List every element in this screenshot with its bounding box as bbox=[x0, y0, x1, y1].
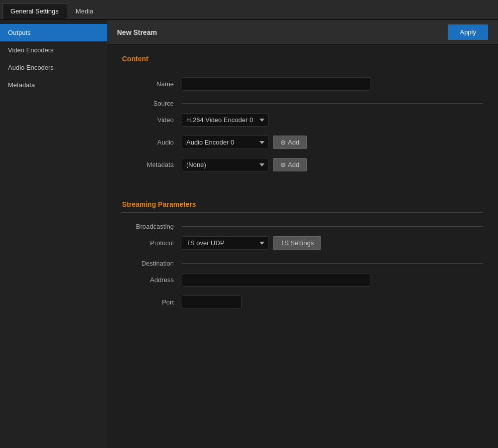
metadata-row: Metadata (None) ⊕ Add bbox=[122, 158, 483, 171]
name-input[interactable] bbox=[182, 77, 371, 91]
streaming-section-title: Streaming Parameters bbox=[122, 200, 483, 208]
stream-title: New Stream bbox=[117, 28, 157, 36]
address-label: Address bbox=[122, 276, 182, 284]
broadcasting-label: Broadcasting bbox=[122, 223, 182, 230]
sidebar-item-audio-encoders[interactable]: Audio Encoders bbox=[0, 59, 107, 76]
metadata-add-button[interactable]: ⊕ Add bbox=[273, 158, 307, 171]
audio-row: Audio Audio Encoder 0 ⊕ Add bbox=[122, 136, 483, 149]
metadata-select[interactable]: (None) bbox=[182, 158, 269, 171]
video-row: Video H.264 Video Encoder 0 bbox=[122, 113, 483, 127]
add-icon-2: ⊕ bbox=[280, 161, 286, 168]
video-select[interactable]: H.264 Video Encoder 0 bbox=[182, 113, 269, 127]
content-divider bbox=[122, 67, 483, 67]
metadata-add-label: Add bbox=[288, 161, 299, 168]
destination-label: Destination bbox=[122, 260, 182, 267]
content-area: New Stream Apply Content Name Source Vid… bbox=[107, 20, 498, 448]
stream-header: New Stream Apply bbox=[107, 20, 498, 45]
audio-select[interactable]: Audio Encoder 0 bbox=[182, 136, 269, 149]
source-label: Source bbox=[122, 100, 182, 107]
metadata-label: Metadata bbox=[122, 161, 182, 168]
apply-button[interactable]: Apply bbox=[448, 24, 488, 40]
sidebar-item-outputs[interactable]: Outputs bbox=[0, 24, 107, 41]
streaming-divider bbox=[122, 212, 483, 213]
tab-bar: General Settings Media bbox=[0, 0, 498, 20]
tab-media[interactable]: Media bbox=[67, 3, 102, 19]
name-row: Name bbox=[122, 77, 483, 91]
main-layout: Outputs Video Encoders Audio Encoders Me… bbox=[0, 20, 498, 448]
source-row: Source bbox=[122, 100, 483, 107]
address-input[interactable] bbox=[182, 273, 371, 287]
tab-general-settings[interactable]: General Settings bbox=[2, 3, 67, 19]
port-label: Port bbox=[122, 299, 182, 306]
ts-settings-button[interactable]: TS Settings bbox=[273, 236, 321, 250]
address-row: Address bbox=[122, 273, 483, 287]
protocol-select[interactable]: TS over UDP bbox=[182, 236, 269, 250]
add-icon: ⊕ bbox=[280, 139, 286, 146]
audio-add-label: Add bbox=[288, 139, 299, 146]
content-section: Content Name Source Video H.264 Video En… bbox=[107, 45, 498, 190]
broadcasting-row: Broadcasting bbox=[122, 223, 483, 230]
protocol-label: Protocol bbox=[122, 239, 182, 247]
protocol-row: Protocol TS over UDP TS Settings bbox=[122, 236, 483, 250]
video-label: Video bbox=[122, 116, 182, 124]
port-input[interactable] bbox=[182, 296, 242, 309]
sidebar-item-video-encoders[interactable]: Video Encoders bbox=[0, 41, 107, 59]
sidebar: Outputs Video Encoders Audio Encoders Me… bbox=[0, 20, 107, 448]
content-section-title: Content bbox=[122, 55, 483, 63]
name-label: Name bbox=[122, 80, 182, 88]
streaming-section: Streaming Parameters Broadcasting Protoc… bbox=[107, 190, 498, 328]
sidebar-item-metadata[interactable]: Metadata bbox=[0, 76, 107, 94]
port-row: Port bbox=[122, 296, 483, 309]
audio-add-button[interactable]: ⊕ Add bbox=[273, 136, 307, 149]
destination-row: Destination bbox=[122, 260, 483, 267]
audio-label: Audio bbox=[122, 139, 182, 146]
